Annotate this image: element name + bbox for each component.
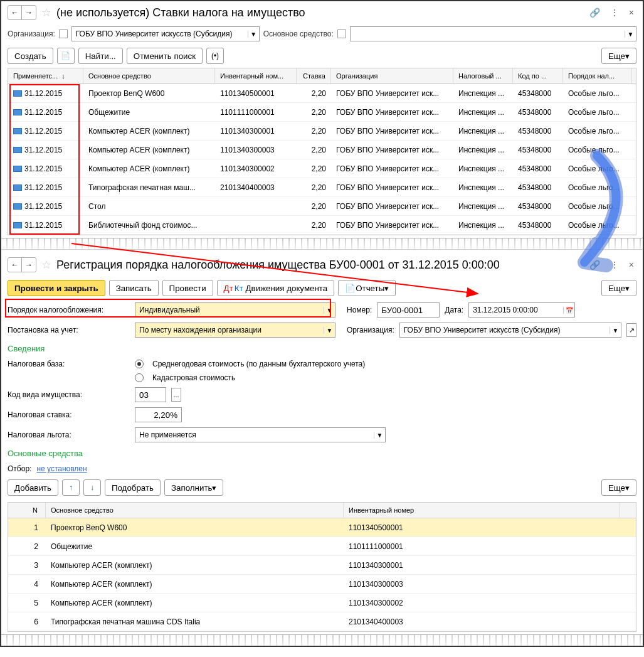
table-row[interactable]: 31.12.2015 Стол2,20 ГОБУ ВПО Университет… [8, 197, 636, 216]
ellipsis-button[interactable]: ... [171, 388, 181, 402]
org-checkbox[interactable] [59, 29, 68, 38]
org-value[interactable]: ГОБУ ВПО Университет искусств (Субсидия) [72, 28, 248, 40]
movements-button[interactable]: ДтКтДвижения документа [217, 280, 335, 296]
row-icon [13, 184, 22, 191]
tax-benefit-label: Налоговая льгота: [8, 430, 130, 439]
table-row[interactable]: 3Компьютер ACER (комплект)1101340300001 [8, 556, 636, 575]
pick-button[interactable]: Подобрать [105, 479, 161, 496]
create-button[interactable]: Создать [8, 48, 53, 64]
chevron-down-icon[interactable]: ▼ [374, 432, 385, 439]
back-button[interactable]: ← [8, 6, 22, 19]
row-icon [13, 109, 22, 115]
favorite-icon[interactable]: ☆ [39, 258, 54, 272]
org-value[interactable]: ГОБУ ВПО Университет искусств (Субсидия) [400, 324, 610, 336]
org-label: Организация: [347, 326, 394, 334]
reports-button[interactable]: 📄 Отчеты ▾ [338, 280, 396, 296]
table-row[interactable]: 1Проектор BenQ W6001101340500001 [8, 518, 636, 537]
cancel-search-button[interactable]: Отменить поиск [127, 48, 203, 64]
menu-icon[interactable]: ⋮ [608, 8, 621, 18]
section-assets: Основные средства [1, 445, 643, 462]
torn-edge-decoration [1, 238, 643, 249]
tax-base-label: Налоговая база: [8, 360, 130, 368]
row-icon [13, 128, 22, 134]
chevron-down-icon[interactable]: ▼ [324, 307, 335, 314]
table-row[interactable]: 4Компьютер ACER (комплект)1101340300003 [8, 575, 636, 594]
page-title: (не используется) Ставки налога на имуще… [56, 6, 584, 19]
date-label: Дата: [445, 306, 463, 314]
radio-cadastral[interactable] [135, 373, 144, 382]
forward-button[interactable]: → [22, 6, 36, 19]
copy-button[interactable]: 📄 [57, 48, 75, 64]
table-row[interactable]: 31.12.2015 Проектор BenQ W60011013405000… [8, 84, 636, 103]
add-button[interactable]: Добавить [8, 479, 58, 496]
chevron-down-icon[interactable]: ▼ [610, 327, 621, 334]
page-title: Регистрация порядка налогообложения имущ… [56, 259, 584, 272]
favorite-icon[interactable]: ☆ [39, 6, 54, 19]
more-button[interactable]: Еще ▾ [601, 48, 636, 64]
chevron-down-icon[interactable]: ▼ [248, 31, 259, 38]
tax-order-label: Порядок налогообложения: [8, 306, 130, 314]
tax-order-value[interactable]: Индивидуальный [135, 304, 324, 316]
table-row[interactable]: 31.12.2015 Библиотечный фонд стоимос...2… [8, 216, 636, 235]
table-row[interactable]: 31.12.2015 Компьютер ACER (комплект)1101… [8, 141, 636, 159]
asset-value[interactable] [351, 33, 625, 35]
row-icon [13, 222, 22, 228]
filter-link[interactable]: не установлен [36, 464, 87, 473]
bottom-grid: N Основное средство Инвентарный номер 1П… [8, 502, 636, 632]
post-button[interactable]: Провести [162, 280, 213, 296]
more-button[interactable]: Еще ▾ [601, 479, 636, 496]
post-close-button[interactable]: Провести и закрыть [8, 280, 105, 296]
calendar-icon[interactable]: 📅 [563, 307, 574, 314]
property-code-field[interactable] [135, 387, 166, 402]
move-up-button[interactable]: ↑ [62, 479, 80, 496]
save-button[interactable]: Записать [109, 280, 159, 296]
link-icon[interactable]: 🔗 [587, 8, 603, 18]
fill-button[interactable]: Заполнить ▾ [164, 479, 223, 496]
row-icon [13, 203, 22, 210]
filter-label: Отбор: [8, 464, 31, 473]
table-row[interactable]: 2Общежитие1101111000001 [8, 537, 636, 556]
radio-tower-icon[interactable]: (•) [206, 48, 224, 64]
asset-label: Основное средство: [263, 29, 334, 38]
radio-avg-label: Среднегодовая стоимость (по данным бухга… [152, 360, 365, 368]
tax-benefit-value[interactable]: Не применяется [135, 429, 374, 441]
chevron-down-icon[interactable]: ▼ [324, 327, 335, 334]
torn-edge-decoration [1, 634, 643, 646]
date-value[interactable]: 31.12.2015 0:00:00 [469, 304, 563, 316]
close-icon[interactable]: × [626, 260, 636, 270]
more-button[interactable]: Еще ▾ [601, 280, 636, 296]
radio-avg-value[interactable] [135, 360, 144, 368]
back-button[interactable]: ← [8, 258, 22, 272]
number-label: Номер: [347, 306, 372, 314]
section-info: Сведения [1, 340, 643, 357]
tax-rate-field[interactable] [135, 407, 182, 422]
tax-rate-label: Налоговая ставка: [8, 410, 130, 419]
table-row[interactable]: 31.12.2015 Компьютер ACER (комплект)1101… [8, 122, 636, 141]
table-row[interactable]: 6Типографская печатная машина CDS Italia… [8, 612, 636, 631]
find-button[interactable]: Найти... [78, 48, 123, 64]
property-code-label: Код вида имущества: [8, 390, 130, 399]
table-row[interactable]: 31.12.2015 Типографская печатная маш...2… [8, 178, 636, 197]
table-row[interactable]: 31.12.2015 Компьютер ACER (комплект)1101… [8, 159, 636, 178]
registration-label: Постановка на учет: [8, 326, 130, 334]
row-icon [13, 90, 22, 97]
close-icon[interactable]: × [626, 8, 636, 18]
registration-value[interactable]: По месту нахождения организации [135, 324, 324, 336]
asset-checkbox[interactable] [337, 29, 346, 38]
radio-cadastral-label: Кадастровая стоимость [152, 373, 235, 382]
link-icon[interactable]: 🔗 [587, 260, 603, 270]
number-field[interactable] [377, 302, 440, 318]
row-icon [13, 166, 22, 172]
table-row[interactable]: 5Компьютер ACER (комплект)1101340300002 [8, 594, 636, 612]
open-external-icon[interactable]: ↗ [626, 323, 636, 337]
top-grid: Применяетс... ↓ Основное средство Инвент… [8, 68, 636, 235]
row-icon [13, 147, 22, 153]
menu-icon[interactable]: ⋮ [608, 260, 621, 270]
move-down-button[interactable]: ↓ [83, 479, 101, 496]
org-label: Организация: [8, 29, 55, 38]
forward-button[interactable]: → [22, 258, 36, 272]
chevron-down-icon[interactable]: ▼ [625, 31, 636, 38]
table-row[interactable]: 31.12.2015 Общежитие11011110000012,20 ГО… [8, 103, 636, 122]
